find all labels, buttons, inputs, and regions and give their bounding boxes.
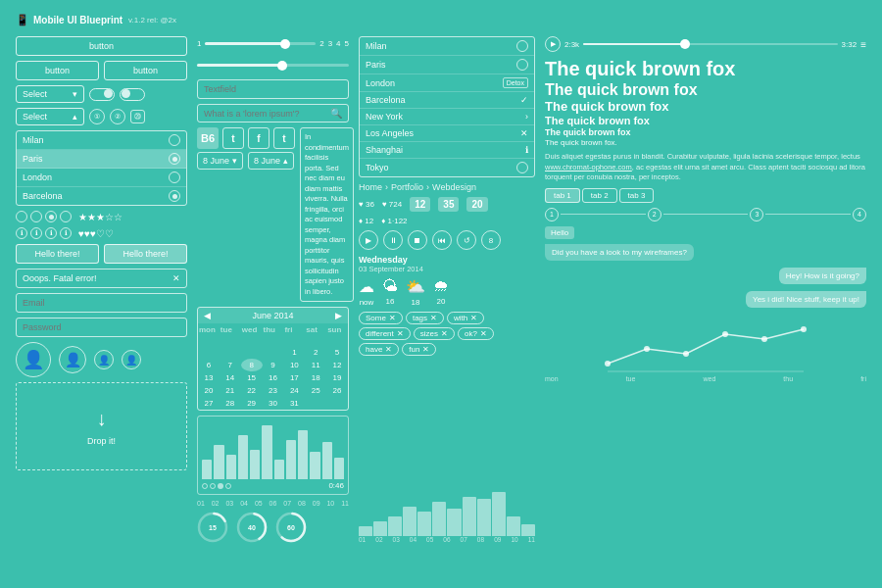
text-list-shanghai[interactable]: Shanghai ℹ bbox=[360, 142, 534, 159]
text-list-barcelona[interactable]: Barcelona ✓ bbox=[360, 92, 534, 109]
datepicker-2[interactable]: 8 June ▴ bbox=[248, 152, 294, 170]
stop-btn[interactable]: ⏹ bbox=[408, 230, 427, 250]
prev-btn[interactable]: ⏮ bbox=[432, 230, 452, 250]
list-item-milan[interactable]: Milan bbox=[17, 131, 186, 150]
avatar-large: 👤 bbox=[16, 342, 51, 377]
list-item-paris[interactable]: Paris bbox=[17, 150, 186, 169]
prev-month-icon[interactable]: ◀ bbox=[204, 311, 211, 320]
textfield-input[interactable] bbox=[197, 79, 349, 99]
alert-close-icon[interactable]: ✕ bbox=[172, 273, 180, 283]
b6-badge[interactable]: B6 bbox=[197, 127, 219, 149]
audio-play-btn[interactable]: ▶ bbox=[545, 36, 561, 52]
button-left[interactable]: button bbox=[16, 61, 99, 80]
email-field[interactable] bbox=[16, 293, 187, 313]
step-2[interactable]: 2 bbox=[648, 208, 662, 221]
audio-track[interactable] bbox=[583, 43, 837, 45]
tag-have[interactable]: have✕ bbox=[359, 343, 399, 356]
info-icon-4[interactable]: ℹ bbox=[60, 227, 72, 239]
twitter-icon[interactable]: t bbox=[222, 127, 244, 149]
tag-close[interactable]: ✕ bbox=[397, 329, 404, 338]
select-dropdown-1[interactable]: Select ▾ bbox=[16, 85, 84, 103]
slider-2[interactable] bbox=[197, 58, 349, 73]
button-right[interactable]: button bbox=[104, 61, 187, 80]
tag-close[interactable]: ✕ bbox=[441, 329, 448, 338]
tag-close[interactable]: ✕ bbox=[389, 314, 396, 322]
tag-sizes[interactable]: sizes✕ bbox=[414, 327, 455, 340]
select-dropdown-2[interactable]: Select ▴ bbox=[16, 108, 84, 125]
search-icon[interactable]: 🔍 bbox=[330, 108, 342, 119]
info-icon-3[interactable]: ℹ bbox=[45, 227, 57, 239]
step-1[interactable]: 1 bbox=[545, 208, 559, 221]
tag-with[interactable]: with✕ bbox=[447, 312, 484, 324]
volume-btn[interactable]: 8 bbox=[481, 230, 501, 250]
bar-chart-time: 0:46 bbox=[328, 481, 344, 490]
repeat-btn[interactable]: ↺ bbox=[457, 230, 476, 250]
radio-milan[interactable] bbox=[169, 134, 180, 146]
text-list-london[interactable]: London Detox bbox=[360, 74, 534, 92]
list-item-barcelona[interactable]: Barcelona bbox=[17, 187, 186, 205]
rain-icon: 🌧 bbox=[433, 277, 449, 295]
tag-different[interactable]: different✕ bbox=[359, 327, 411, 340]
step-3[interactable]: 3 bbox=[750, 208, 763, 221]
radio-paris[interactable] bbox=[169, 153, 180, 165]
tag-close[interactable]: ✕ bbox=[480, 329, 487, 338]
main-button[interactable]: button bbox=[16, 36, 187, 56]
tumblr-icon[interactable]: t bbox=[273, 127, 295, 149]
password-field[interactable] bbox=[16, 318, 187, 337]
step-4[interactable]: 4 bbox=[853, 208, 866, 221]
facebook-icon[interactable]: f bbox=[248, 127, 270, 149]
step-line-2 bbox=[663, 214, 749, 215]
num-badge-12: 12 bbox=[410, 197, 430, 212]
list-item-london[interactable]: London bbox=[17, 169, 186, 187]
search-input[interactable] bbox=[204, 109, 326, 119]
play-btn[interactable]: ▶ bbox=[359, 230, 378, 250]
tag-ok[interactable]: ok?✕ bbox=[458, 327, 494, 340]
tag-fun[interactable]: fun✕ bbox=[402, 343, 436, 356]
tag-close[interactable]: ✕ bbox=[470, 314, 477, 322]
radio-1[interactable] bbox=[16, 211, 27, 222]
bar-7 bbox=[274, 460, 284, 479]
breadcrumb: Home › Portfolio › Webdesign bbox=[359, 182, 535, 192]
toggle-2[interactable] bbox=[120, 88, 145, 101]
pause-btn[interactable]: ⏸ bbox=[383, 230, 403, 250]
bar-9 bbox=[298, 430, 308, 479]
text-list-paris[interactable]: Paris bbox=[360, 56, 534, 74]
info-icon-2[interactable]: ℹ bbox=[30, 227, 42, 239]
next-month-icon[interactable]: ▶ bbox=[335, 311, 342, 320]
text-list-losangeles[interactable]: Los Angeles ✕ bbox=[360, 125, 534, 142]
bar-chart bbox=[202, 420, 344, 479]
avatar-medium: 👤 bbox=[59, 346, 86, 373]
para-link[interactable]: www.chromat-ophone.com bbox=[545, 163, 632, 172]
datepicker-1[interactable]: 8 June ▾ bbox=[197, 152, 243, 170]
calendar-grid: mon tue wed thu fri sat sun 1 2 5 6 7 bbox=[198, 323, 348, 410]
audio-list-icon[interactable]: ≡ bbox=[860, 39, 866, 50]
text-list-tokyo[interactable]: Tokyo bbox=[360, 159, 534, 176]
calendar-today[interactable]: 8 bbox=[241, 359, 263, 371]
info-icon-1[interactable]: ℹ bbox=[16, 227, 27, 239]
text-list-milan[interactable]: Milan bbox=[360, 37, 534, 56]
drop-zone[interactable]: ↓ Drop it! bbox=[16, 382, 187, 470]
detox-btn[interactable]: Detox bbox=[503, 77, 528, 88]
bubble-left-1: Did you have a look to my wireframes? bbox=[545, 244, 694, 261]
tab-3[interactable]: tab 3 bbox=[619, 188, 655, 203]
tag-close[interactable]: ✕ bbox=[430, 314, 437, 322]
line-chart-labels: mon tue wed thu fri bbox=[545, 375, 866, 382]
text-list-newyork[interactable]: New York › bbox=[360, 109, 534, 125]
hello-button-1[interactable]: Hello there! bbox=[16, 244, 99, 264]
tab-2[interactable]: tab 2 bbox=[582, 188, 617, 203]
radio-4[interactable] bbox=[60, 211, 72, 222]
tag-close[interactable]: ✕ bbox=[422, 345, 429, 354]
radio-2[interactable] bbox=[30, 211, 42, 222]
tab-1[interactable]: tab 1 bbox=[545, 188, 580, 203]
tag-some[interactable]: Some✕ bbox=[359, 312, 403, 324]
toggle-1[interactable] bbox=[89, 88, 115, 101]
hello-button-2[interactable]: Hello there! bbox=[104, 244, 187, 264]
tag-tags[interactable]: tags✕ bbox=[406, 312, 444, 324]
chat-bubbles: Did you have a look to my wireframes? He… bbox=[545, 242, 866, 310]
radio-3[interactable] bbox=[45, 211, 57, 222]
radio-barcelona[interactable] bbox=[169, 190, 180, 202]
tag-close[interactable]: ✕ bbox=[385, 345, 392, 354]
audio-thumb[interactable] bbox=[680, 39, 690, 49]
radio-london[interactable] bbox=[169, 172, 180, 183]
number-range: 1 2 3 4 5 bbox=[197, 36, 349, 51]
